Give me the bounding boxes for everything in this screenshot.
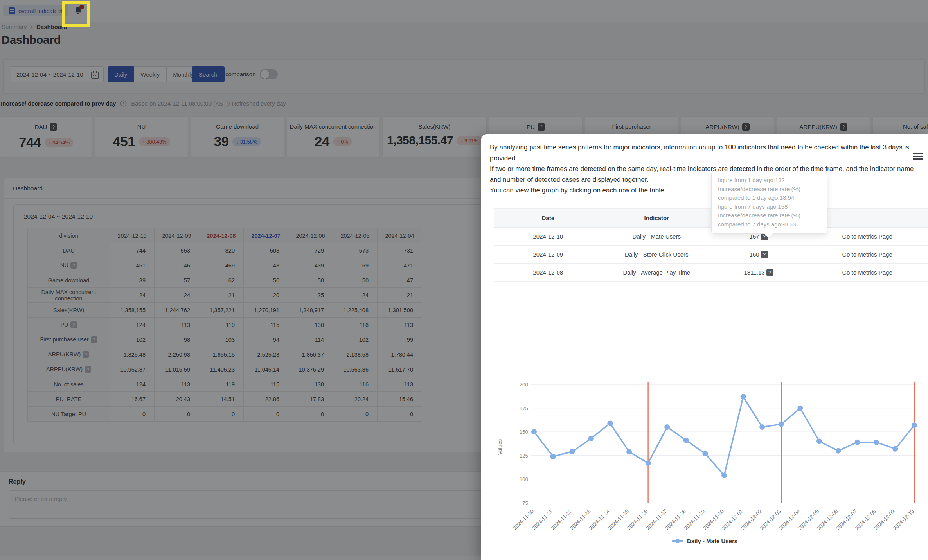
anomaly-date: 2024-12-08 <box>494 264 602 282</box>
modal-column-header: Date <box>494 209 602 228</box>
help-icon[interactable]: ? <box>761 251 768 258</box>
modal-column-header: Indicator <box>602 209 711 228</box>
help-icon[interactable]: ? <box>766 269 773 276</box>
anomaly-date: 2024-12-10 <box>494 228 602 246</box>
svg-text:Values: Values <box>497 439 503 455</box>
anomaly-value: 157 <box>750 233 759 240</box>
go-to-metrics-link[interactable]: Go to Metrics Page <box>842 251 892 258</box>
tooltip-line: Increase/decrease rate rate (%) compared… <box>718 185 820 203</box>
anomaly-row[interactable]: 2024-12-10Daily - Mate Users157?Go to Me… <box>494 228 928 246</box>
chart-canvas: 75100125150175200Values2024-11-202024-11… <box>492 369 921 537</box>
anomaly-table: DateIndicator2024-12-10Daily - Mate User… <box>494 208 928 282</box>
anomaly-row[interactable]: 2024-12-09Daily - Store Click Users160?G… <box>494 246 928 264</box>
highlight-box <box>62 1 90 27</box>
value-tooltip: figure from 1 day ago:132Increase/decrea… <box>711 171 827 234</box>
anomaly-indicator: Daily - Store Click Users <box>602 246 711 264</box>
tooltip-line: figure from 1 day ago:132 <box>718 176 820 185</box>
go-to-metrics-link[interactable]: Go to Metrics Page <box>842 233 892 240</box>
legend-marker <box>672 540 683 542</box>
anomaly-value: 160 <box>750 251 759 258</box>
svg-text:100: 100 <box>519 476 528 482</box>
legend-label: Daily - Mate Users <box>687 538 737 544</box>
anomaly-indicator: Daily - Average Play Time <box>602 264 711 282</box>
modal-description: By analyzing past time series patterns f… <box>490 142 919 196</box>
tooltip-line: Increase/decrease rate rate (%) compared… <box>718 211 820 229</box>
anomaly-detection-modal: By analyzing past time series patterns f… <box>481 134 928 560</box>
svg-text:125: 125 <box>519 453 528 459</box>
svg-text:175: 175 <box>519 406 528 411</box>
chart-menu-icon[interactable] <box>913 153 923 161</box>
svg-text:200: 200 <box>519 382 528 388</box>
anomaly-date: 2024-12-09 <box>494 246 602 264</box>
anomaly-indicator: Daily - Mate Users <box>602 228 711 246</box>
anomaly-value: 1811.13 <box>744 269 765 276</box>
description-line: You can view the graph by clicking on ea… <box>490 185 919 196</box>
description-line: By analyzing past time series patterns f… <box>490 142 919 163</box>
anomaly-row[interactable]: 2024-12-08Daily - Average Play Time1811.… <box>494 264 928 282</box>
svg-text:75: 75 <box>522 500 528 506</box>
chart-legend[interactable]: Daily - Mate Users <box>481 538 928 544</box>
line-chart: 75100125150175200Values2024-11-202024-11… <box>492 369 921 537</box>
go-to-metrics-link[interactable]: Go to Metrics Page <box>842 269 892 276</box>
description-line: If two or more time frames are detected … <box>490 163 919 185</box>
svg-text:150: 150 <box>519 429 528 435</box>
tooltip-line: figure from 7 days ago:158 <box>718 203 820 212</box>
